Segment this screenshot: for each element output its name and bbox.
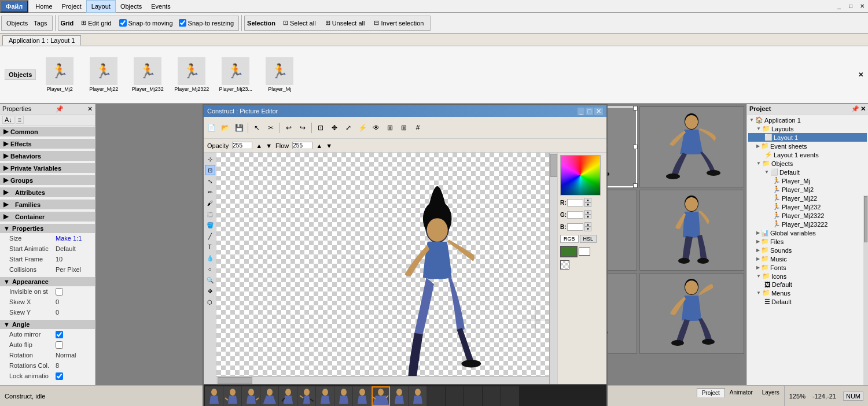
pe-undo-btn[interactable]: ↩ bbox=[282, 121, 295, 134]
tree-event-sheets[interactable]: ▶ 📁 Event sheets bbox=[748, 142, 867, 150]
tool-eyedrop[interactable]: 💧 bbox=[205, 253, 215, 263]
pe-transform-btn[interactable]: ⤢ bbox=[342, 121, 355, 134]
pe-canvas[interactable] bbox=[216, 153, 557, 384]
auto-flip-checkbox[interactable] bbox=[56, 341, 63, 349]
properties-section-header[interactable]: ▼ Properties bbox=[0, 224, 95, 233]
auto-mirror-checkbox[interactable] bbox=[56, 331, 63, 338]
snap-moving-checkbox[interactable] bbox=[119, 19, 127, 27]
tags-tab[interactable]: Tags bbox=[31, 20, 49, 27]
project-close[interactable]: ✕ bbox=[860, 105, 866, 113]
sort-az[interactable]: A↓ bbox=[2, 116, 14, 124]
sprite-item-3[interactable] bbox=[639, 190, 745, 271]
groups-header[interactable]: ▶ Groups bbox=[0, 175, 95, 185]
color-wheel[interactable] bbox=[560, 155, 601, 195]
pe-crop-btn[interactable]: ✂ bbox=[264, 121, 277, 134]
pe-save-btn[interactable]: 💾 bbox=[233, 121, 245, 134]
objects-tab[interactable]: Objects bbox=[4, 20, 30, 27]
edit-grid-button[interactable]: ⊞ Edit grid bbox=[77, 15, 115, 31]
pe-wand-btn[interactable]: ⚡ bbox=[356, 121, 369, 134]
tree-player-mj[interactable]: 🏃 Player_Mj bbox=[748, 176, 867, 185]
tool-erase[interactable]: ⬚ bbox=[205, 209, 215, 219]
tool-move[interactable]: ✥ bbox=[205, 286, 215, 296]
tree-menus-default[interactable]: ☰ Default bbox=[748, 297, 867, 306]
pe-close[interactable]: ✕ bbox=[594, 108, 603, 115]
obj-item-5[interactable]: 🏃 Player_Mj bbox=[259, 55, 300, 94]
families-header[interactable]: ▶ Families bbox=[0, 200, 95, 209]
tree-icons-default[interactable]: 🖼 Default bbox=[748, 280, 867, 289]
tree-player-mj22[interactable]: 🏃 Player_Mj22 bbox=[748, 194, 867, 202]
pe-redo-btn[interactable]: ↪ bbox=[296, 121, 309, 134]
tree-player-mj23222[interactable]: 🏃 Player_Mj23222 bbox=[748, 220, 867, 228]
lock-anim-checkbox[interactable] bbox=[56, 372, 63, 380]
b-spin-up[interactable]: ▲ bbox=[584, 222, 591, 227]
tree-application1[interactable]: ▼ 🏠 Application 1 bbox=[748, 116, 867, 124]
pe-cursor-btn[interactable]: ↖ bbox=[251, 121, 263, 134]
tool-collider[interactable]: ⬡ bbox=[205, 297, 215, 307]
tool-lasso[interactable]: ⊹ bbox=[205, 154, 215, 164]
select-all-button[interactable]: ⊡ Select all bbox=[279, 15, 320, 31]
tree-player-mj232[interactable]: 🏃 Player_Mj232 bbox=[748, 202, 867, 211]
project-scrollbar[interactable] bbox=[863, 195, 868, 406]
container-header[interactable]: ▶ Container bbox=[0, 212, 95, 222]
obj-item-1[interactable]: 🏃 Player_Mj22 bbox=[83, 55, 124, 94]
tree-fonts[interactable]: ▶ 📁 Fonts bbox=[748, 263, 867, 272]
tool-zoom[interactable]: 🔍 bbox=[205, 275, 215, 285]
angle-header[interactable]: ▼ Angle bbox=[0, 320, 95, 329]
layers-bottom-tab[interactable]: Layers bbox=[757, 388, 784, 397]
tree-music[interactable]: ▶ 📁 Music bbox=[748, 254, 867, 263]
layout-menu[interactable]: Layout bbox=[86, 0, 116, 13]
tree-files[interactable]: ▶ 📁 Files bbox=[748, 237, 867, 246]
layout-tab[interactable]: Application 1 : Layout 1 bbox=[2, 35, 81, 46]
pe-hash-btn[interactable]: # bbox=[411, 121, 424, 134]
tree-layout1-events[interactable]: ⚡ Layout 1 events bbox=[748, 150, 867, 159]
pe-open-btn[interactable]: 📂 bbox=[219, 121, 231, 134]
file-menu[interactable]: Файл bbox=[0, 0, 28, 13]
hsl-tab[interactable]: HSL bbox=[580, 235, 597, 243]
maximize-button[interactable]: □ bbox=[845, 1, 856, 12]
animator-bottom-tab[interactable]: Animator bbox=[725, 388, 757, 397]
background-color[interactable] bbox=[579, 248, 590, 256]
appearance-header[interactable]: ▼ Appearance bbox=[0, 277, 95, 286]
properties-close[interactable]: ✕ bbox=[87, 105, 93, 113]
frame-empty-1[interactable] bbox=[427, 386, 446, 406]
rgb-tab[interactable]: RGB bbox=[560, 235, 579, 243]
frame-10[interactable] bbox=[390, 386, 409, 406]
pe-scroll-thumb[interactable] bbox=[550, 154, 557, 177]
frame-6[interactable] bbox=[316, 386, 334, 406]
tree-sounds[interactable]: ▶ 📁 Sounds bbox=[748, 246, 867, 254]
opacity-spinner-down[interactable]: ▼ bbox=[266, 142, 272, 149]
tool-shape[interactable]: ○ bbox=[205, 264, 215, 274]
flow-input[interactable] bbox=[292, 142, 312, 149]
frame-8[interactable] bbox=[353, 386, 372, 406]
pe-eye-btn[interactable]: 👁 bbox=[370, 121, 382, 134]
tool-pen[interactable]: ✏ bbox=[205, 187, 215, 197]
pe-scroll-thumb-h[interactable] bbox=[218, 377, 252, 384]
r-spin-down[interactable]: ▼ bbox=[584, 202, 591, 207]
g-spin-down[interactable]: ▼ bbox=[584, 215, 591, 219]
effects-header[interactable]: ▶ Effects bbox=[0, 139, 95, 149]
frame-empty-4[interactable] bbox=[483, 386, 501, 406]
frame-5[interactable] bbox=[297, 386, 316, 406]
flow-spinner-down[interactable]: ▼ bbox=[326, 142, 332, 149]
minimize-button[interactable]: _ bbox=[833, 1, 845, 12]
invisible-checkbox[interactable] bbox=[56, 288, 63, 296]
frame-2[interactable] bbox=[242, 386, 260, 406]
objects-menu[interactable]: Objects bbox=[116, 0, 146, 13]
behaviors-header[interactable]: ▶ Behaviors bbox=[0, 151, 95, 161]
frame-3[interactable] bbox=[260, 386, 279, 406]
project-bottom-tab[interactable]: Project bbox=[697, 388, 725, 397]
b-spin-down[interactable]: ▼ bbox=[584, 227, 591, 231]
close-button[interactable]: ✕ bbox=[856, 1, 868, 12]
tree-default-obj[interactable]: ▼ ⬜ Default bbox=[748, 168, 867, 176]
tool-fill[interactable]: 🪣 bbox=[205, 220, 215, 230]
invert-selection-button[interactable]: ⊟ Invert selection bbox=[370, 15, 428, 31]
objects-bar-close[interactable]: ✕ bbox=[858, 71, 863, 79]
unselect-all-button[interactable]: ⊞ Unselect all bbox=[321, 15, 369, 31]
frame-empty-5[interactable] bbox=[501, 386, 520, 406]
frame-1[interactable] bbox=[223, 386, 242, 406]
opacity-input[interactable] bbox=[232, 142, 252, 149]
pe-layer-btn[interactable]: ⊞ bbox=[384, 121, 396, 134]
obj-item-4[interactable]: 🏃 Player_Mj23... bbox=[215, 55, 256, 94]
pe-maximize[interactable]: □ bbox=[586, 108, 593, 115]
r-spin-up[interactable]: ▲ bbox=[584, 198, 591, 202]
